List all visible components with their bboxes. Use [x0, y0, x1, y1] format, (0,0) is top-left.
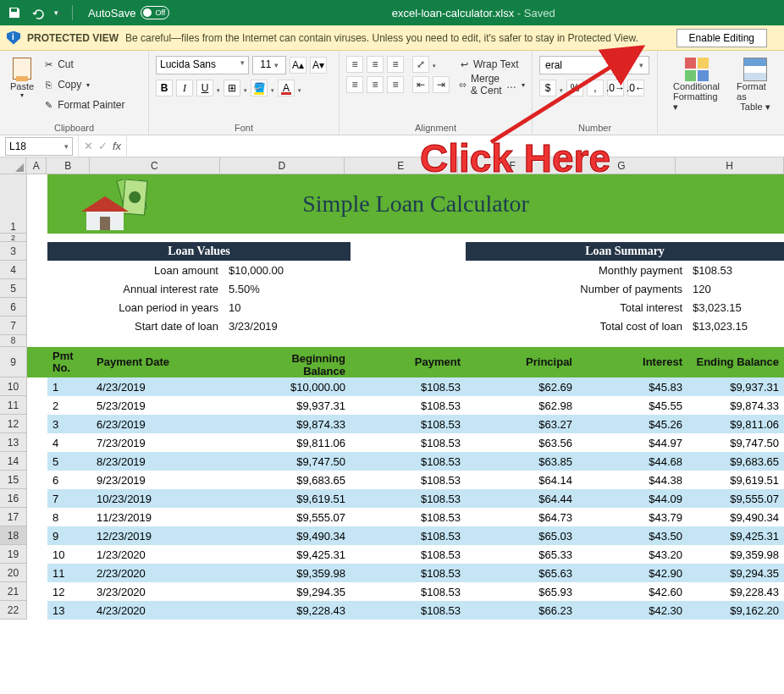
row-header[interactable]: 5 [0, 279, 27, 298]
increase-indent-icon[interactable]: ⇥ [433, 76, 450, 93]
format-painter-button[interactable]: ✎Format Painter [42, 96, 124, 113]
cell-beg-balance[interactable]: $9,874.33 [224, 415, 351, 433]
cell-interest[interactable]: $43.50 [577, 526, 687, 545]
number-format-select[interactable]: eral▾ [539, 56, 649, 74]
cell-date[interactable]: 12/23/2019 [91, 526, 224, 545]
col-header[interactable]: G [567, 157, 676, 174]
cell-beg-balance[interactable]: $9,811.06 [224, 433, 351, 452]
row-header[interactable]: 8 [0, 335, 27, 347]
row-header[interactable]: 22 [0, 601, 27, 620]
cell-beg-balance[interactable]: $9,228.43 [224, 601, 351, 620]
align-left-icon[interactable]: ≡ [346, 76, 363, 93]
cell-beg-balance[interactable]: $9,490.34 [224, 526, 351, 545]
row-header[interactable]: 4 [0, 261, 27, 279]
cell-date[interactable]: 7/23/2019 [91, 433, 224, 452]
col-header[interactable]: E [345, 157, 458, 174]
comma-format-icon[interactable]: , [587, 80, 604, 96]
cell-pmt-no[interactable]: 12 [47, 582, 91, 601]
col-header[interactable]: B [47, 157, 90, 174]
align-top-icon[interactable]: ≡ [346, 56, 363, 73]
cell-date[interactable]: 10/23/2019 [91, 489, 224, 508]
cell-payment[interactable]: $108.53 [351, 377, 466, 396]
loan-value[interactable]: 3/23/2019 [224, 317, 351, 335]
bold-button[interactable]: B [156, 80, 173, 96]
align-center-icon[interactable]: ≡ [367, 76, 384, 93]
font-family-select[interactable]: Lucida Sans ▾ [156, 56, 249, 74]
undo-icon[interactable] [30, 5, 46, 20]
cell-beg-balance[interactable]: $9,747.50 [224, 452, 351, 471]
row-header[interactable]: 2 [0, 234, 27, 242]
enable-editing-button[interactable]: Enable Editing [676, 29, 767, 47]
cell-date[interactable]: 11/23/2019 [91, 508, 224, 526]
cell-beg-balance[interactable]: $9,425.31 [224, 545, 351, 564]
cell-pmt-no[interactable]: 11 [47, 564, 91, 582]
cell-principal[interactable]: $65.93 [466, 582, 577, 601]
row-header[interactable]: 13 [0, 433, 27, 452]
row-header[interactable]: 12 [0, 415, 27, 433]
cell-principal[interactable]: $64.14 [466, 471, 577, 489]
orientation-icon[interactable]: ⤢ [412, 56, 429, 73]
cell-pmt-no[interactable]: 6 [47, 471, 91, 489]
cell-pmt-no[interactable]: 8 [47, 508, 91, 526]
cell-date[interactable]: 8/23/2019 [91, 452, 224, 471]
row-header[interactable]: 20 [0, 564, 27, 582]
percent-format-icon[interactable]: % [566, 80, 583, 96]
cell-end-balance[interactable]: $9,294.35 [687, 564, 784, 582]
cell-pmt-no[interactable]: 5 [47, 452, 91, 471]
cell-interest[interactable]: $42.30 [577, 601, 687, 620]
cell-beg-balance[interactable]: $9,294.35 [224, 582, 351, 601]
cell-interest[interactable]: $44.38 [577, 471, 687, 489]
cell-pmt-no[interactable]: 3 [47, 415, 91, 433]
col-header[interactable]: A [26, 157, 47, 174]
cell-principal[interactable]: $63.27 [466, 415, 577, 433]
cell-date[interactable]: 3/23/2020 [91, 582, 224, 601]
format-as-table-button[interactable]: Format as Table ▾ [733, 56, 777, 114]
cell-principal[interactable]: $65.63 [466, 564, 577, 582]
conditional-formatting-button[interactable]: Conditional Formatting ▾ [670, 56, 723, 114]
font-color-button[interactable]: A [278, 80, 295, 96]
worksheet[interactable]: 1 Simple Loan Calculator 2 3 Loan Values… [0, 174, 784, 620]
cell-interest[interactable]: $44.09 [577, 489, 687, 508]
cell-end-balance[interactable]: $9,555.07 [687, 489, 784, 508]
cell-principal[interactable]: $65.33 [466, 545, 577, 564]
row-header[interactable]: 3 [0, 242, 27, 261]
increase-decimal-icon[interactable]: .0→ [607, 80, 624, 96]
cell-end-balance[interactable]: $9,811.06 [687, 415, 784, 433]
row-header[interactable]: 11 [0, 396, 27, 415]
col-header[interactable]: D [220, 157, 345, 174]
fx-icon[interactable]: fx [113, 140, 121, 152]
cell-date[interactable]: 9/23/2019 [91, 471, 224, 489]
cell-payment[interactable]: $108.53 [351, 582, 466, 601]
cell-interest[interactable]: $42.90 [577, 564, 687, 582]
cell-pmt-no[interactable]: 4 [47, 433, 91, 452]
cell-end-balance[interactable]: $9,683.65 [687, 452, 784, 471]
cell-end-balance[interactable]: $9,874.33 [687, 396, 784, 415]
row-header[interactable]: 7 [0, 317, 27, 335]
row-header[interactable]: 17 [0, 508, 27, 526]
cell-beg-balance[interactable]: $9,359.98 [224, 564, 351, 582]
col-header[interactable]: C [90, 157, 219, 174]
cut-button[interactable]: ✂Cut [42, 56, 124, 73]
loan-value[interactable]: 5.50% [224, 279, 351, 298]
cell-payment[interactable]: $108.53 [351, 396, 466, 415]
cell-interest[interactable]: $45.26 [577, 415, 687, 433]
accounting-format-icon[interactable]: $ [539, 80, 556, 96]
row-header[interactable]: 1 [0, 174, 27, 234]
cell-payment[interactable]: $108.53 [351, 489, 466, 508]
cell-interest[interactable]: $44.97 [577, 433, 687, 452]
row-header[interactable]: 15 [0, 471, 27, 489]
row-header[interactable]: 14 [0, 452, 27, 471]
cell-date[interactable]: 1/23/2020 [91, 545, 224, 564]
autosave-toggle[interactable]: Off [141, 6, 169, 19]
name-box[interactable]: L18▾ [5, 137, 73, 156]
cell-beg-balance[interactable]: $10,000.00 [224, 377, 351, 396]
border-button[interactable]: ⊞ [224, 80, 240, 96]
align-right-icon[interactable]: ≡ [387, 76, 404, 93]
cell-pmt-no[interactable]: 2 [47, 396, 91, 415]
row-header[interactable]: 19 [0, 545, 27, 564]
undo-dropdown-icon[interactable]: ▾ [54, 8, 62, 17]
cell-end-balance[interactable]: $9,359.98 [687, 545, 784, 564]
col-header[interactable]: F [458, 157, 568, 174]
cell-principal[interactable]: $62.69 [466, 377, 577, 396]
cell-date[interactable]: 2/23/2020 [91, 564, 224, 582]
